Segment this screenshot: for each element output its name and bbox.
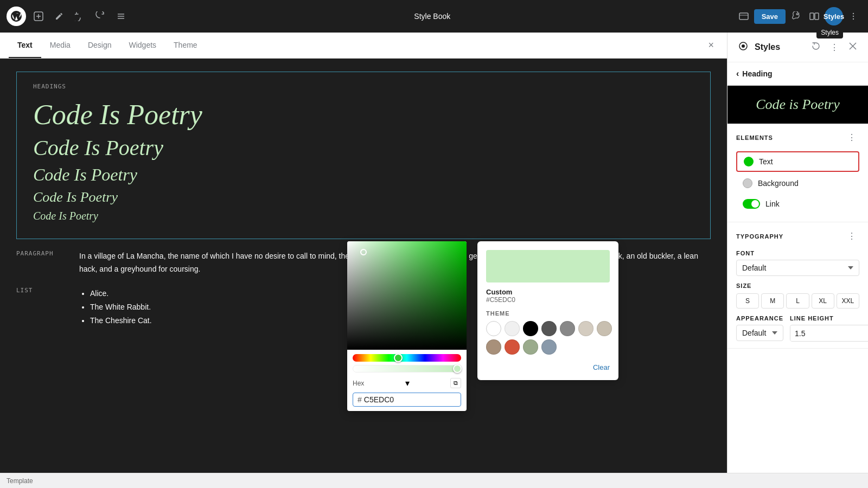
editor-area: Text Media Design Widgets Theme × HEADIN…: [0, 33, 727, 473]
paragraph-label: PARAGRAPH: [16, 250, 71, 257]
swatch-sage[interactable]: [523, 339, 538, 355]
theme-clear-button[interactable]: Clear: [593, 363, 610, 371]
redo-button[interactable]: [92, 8, 108, 24]
line-height-label: LINE HEIGHT: [790, 315, 868, 322]
tab-media[interactable]: Media: [41, 33, 79, 58]
tab-close-button[interactable]: ×: [704, 37, 718, 53]
picker-format-row: Hex ▾ ⧉: [353, 376, 461, 390]
font-field: FONT Default: [736, 250, 859, 276]
paragraph-label-col: PARAGRAPH: [16, 250, 71, 276]
theme-section-title: THEME: [486, 310, 610, 317]
topbar: Style Book Save Styles Styles: [0, 0, 868, 33]
save-button[interactable]: Save: [754, 9, 786, 24]
view-button[interactable]: [806, 8, 822, 24]
picker-controls: Hex ▾ ⧉ #: [347, 350, 467, 411]
panel-more-button[interactable]: ⋮: [827, 40, 842, 55]
elements-section: ELEMENTS ⋮ Text Background Link: [727, 124, 868, 222]
size-buttons: S M L XL XXL: [736, 293, 859, 309]
picker-copy-button[interactable]: ⧉: [450, 378, 461, 388]
hue-cursor: [394, 354, 403, 362]
swatch-white[interactable]: [486, 321, 501, 336]
appearance-select[interactable]: Default: [736, 325, 783, 341]
hue-slider[interactable]: [353, 354, 461, 362]
list-view-button[interactable]: [113, 8, 129, 24]
topbar-right: Save Styles Styles: [736, 7, 861, 25]
swatch-warm-gray[interactable]: [597, 321, 612, 336]
add-block-button[interactable]: [30, 8, 47, 24]
svg-point-12: [853, 18, 854, 20]
tabs-bar: Text Media Design Widgets Theme ×: [0, 33, 727, 59]
elements-section-header: ELEMENTS ⋮: [736, 130, 859, 145]
background-element-item[interactable]: Background: [736, 174, 859, 192]
back-to-heading-button[interactable]: ‹ Heading: [727, 62, 868, 86]
list-item-2: The White Rabbit.: [90, 300, 152, 314]
panel-close-button[interactable]: [846, 40, 859, 55]
typography-section: Typography ⋮ FONT Default SIZE S M L XL …: [727, 222, 868, 349]
swatch-gray-blue[interactable]: [541, 339, 557, 355]
styles-tooltip: Styles: [816, 27, 843, 38]
elements-more-button[interactable]: ⋮: [844, 130, 859, 145]
alpha-cursor: [453, 364, 462, 373]
color-gradient-cursor: [360, 249, 367, 255]
picker-format-label: Hex: [353, 380, 364, 387]
undo-button[interactable]: [72, 8, 88, 24]
background-element-dot: [743, 178, 752, 188]
wp-logo[interactable]: [7, 7, 26, 26]
styles-preview-button[interactable]: [736, 39, 750, 55]
tab-design[interactable]: Design: [79, 33, 120, 58]
styles-button[interactable]: Styles: [825, 7, 843, 25]
panel-history-button[interactable]: [809, 40, 822, 55]
appearance-label: APPEARANCE: [736, 315, 783, 322]
topbar-title: Style Book: [414, 12, 450, 21]
tab-theme[interactable]: Theme: [165, 33, 206, 58]
heading-preview: Code is Poetry: [727, 86, 868, 124]
swatch-red-orange[interactable]: [505, 339, 520, 355]
text-element-item[interactable]: Text: [736, 151, 859, 172]
link-element-toggle[interactable]: [743, 199, 760, 209]
line-height-input[interactable]: [790, 326, 868, 341]
list-label-col: LIST: [16, 287, 71, 328]
text-element-dot: [744, 157, 754, 166]
list-item-1: Alice.: [90, 287, 152, 300]
tab-widgets[interactable]: Widgets: [120, 33, 165, 58]
swatch-light-tan[interactable]: [578, 321, 593, 336]
headings-label: HEADINGS: [33, 83, 694, 90]
line-height-input-row: + −: [790, 325, 868, 342]
heading-preview-text: Code is Poetry: [756, 97, 840, 113]
heading-3: Code Is Poetry: [33, 165, 694, 185]
typography-more-button[interactable]: ⋮: [844, 229, 859, 243]
size-s-button[interactable]: S: [736, 293, 759, 309]
size-label: SIZE: [736, 282, 859, 289]
tab-text[interactable]: Text: [9, 33, 41, 58]
color-gradient[interactable]: [347, 241, 467, 350]
layout-button[interactable]: [736, 8, 752, 24]
tools-button[interactable]: [788, 8, 804, 24]
status-label: Template: [7, 477, 33, 485]
color-picker-popup: Hex ▾ ⧉ #: [347, 241, 467, 411]
edit-icon-button[interactable]: [51, 8, 67, 24]
svg-point-10: [853, 13, 854, 14]
status-bar: Template: [0, 473, 868, 488]
swatch-dark-gray[interactable]: [541, 321, 557, 336]
swatch-light-gray[interactable]: [505, 321, 520, 336]
appearance-field: APPEARANCE Default: [736, 315, 783, 341]
size-l-button[interactable]: L: [786, 293, 809, 309]
topbar-center: Style Book: [133, 12, 731, 21]
size-field: SIZE S M L XL XXL: [736, 282, 859, 309]
swatch-black[interactable]: [523, 321, 538, 336]
swatch-medium-gray[interactable]: [560, 321, 575, 336]
alpha-slider[interactable]: [353, 365, 461, 373]
more-options-button[interactable]: [845, 8, 861, 24]
swatch-tan[interactable]: [486, 339, 501, 355]
hex-input-row[interactable]: #: [353, 393, 461, 407]
appearance-line-height-row: APPEARANCE Default LINE HEIGHT + −: [736, 315, 859, 342]
heading-1: Code Is Poetry: [33, 99, 694, 131]
size-xxl-button[interactable]: XXL: [837, 293, 859, 309]
font-select[interactable]: Default: [736, 260, 859, 276]
size-xl-button[interactable]: XL: [812, 293, 834, 309]
right-panel: Styles ⋮ ‹ Heading Code is Poetry ELEMEN…: [727, 33, 868, 473]
size-m-button[interactable]: M: [761, 293, 784, 309]
link-element-item[interactable]: Link: [736, 195, 859, 213]
hex-input[interactable]: [364, 395, 456, 404]
line-height-field: LINE HEIGHT + −: [790, 315, 868, 342]
